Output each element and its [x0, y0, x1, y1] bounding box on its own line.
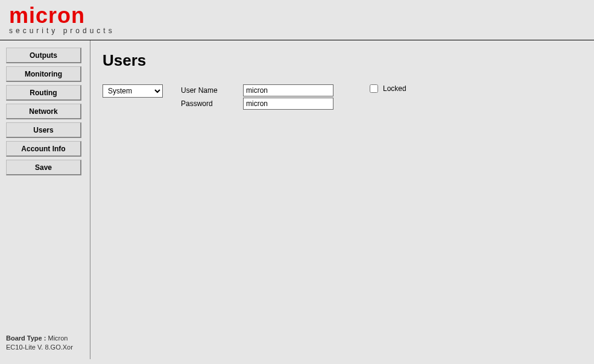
- sidebar-item-account-info[interactable]: Account Info: [6, 141, 81, 157]
- header: micron security products: [0, 0, 594, 40]
- sidebar-item-users[interactable]: Users: [6, 122, 81, 138]
- sidebar-footer: Board Type : Micron EC10-Lite V. 8.GO.Xo…: [6, 334, 84, 353]
- username-input[interactable]: [243, 84, 333, 96]
- sidebar: Outputs Monitoring Routing Network Users…: [0, 40, 90, 359]
- user-type-select[interactable]: System: [103, 84, 163, 98]
- main-content: Users System User Name Password Locked: [90, 40, 594, 359]
- board-type-value: Micron: [46, 334, 68, 342]
- sidebar-item-outputs[interactable]: Outputs: [6, 48, 81, 63]
- password-input[interactable]: [243, 98, 333, 110]
- user-form: System User Name Password Locked: [103, 84, 582, 110]
- sidebar-item-routing[interactable]: Routing: [6, 85, 81, 101]
- credential-fields: User Name Password: [181, 84, 333, 110]
- firmware-version: EC10-Lite V. 8.GO.Xor: [6, 343, 84, 352]
- sidebar-item-monitoring[interactable]: Monitoring: [6, 66, 81, 82]
- page-title: Users: [103, 51, 582, 70]
- locked-area: Locked: [352, 84, 406, 93]
- locked-label: Locked: [383, 84, 406, 93]
- sidebar-nav: Outputs Monitoring Routing Network Users…: [6, 48, 84, 333]
- brand-logo: micron: [9, 6, 585, 25]
- password-label: Password: [181, 99, 238, 108]
- username-label: User Name: [181, 86, 238, 95]
- brand-tagline: security products: [9, 27, 585, 35]
- sidebar-item-save[interactable]: Save: [6, 160, 81, 175]
- sidebar-item-network[interactable]: Network: [6, 104, 81, 119]
- board-type-label: Board Type :: [6, 334, 46, 342]
- locked-checkbox[interactable]: [370, 84, 378, 93]
